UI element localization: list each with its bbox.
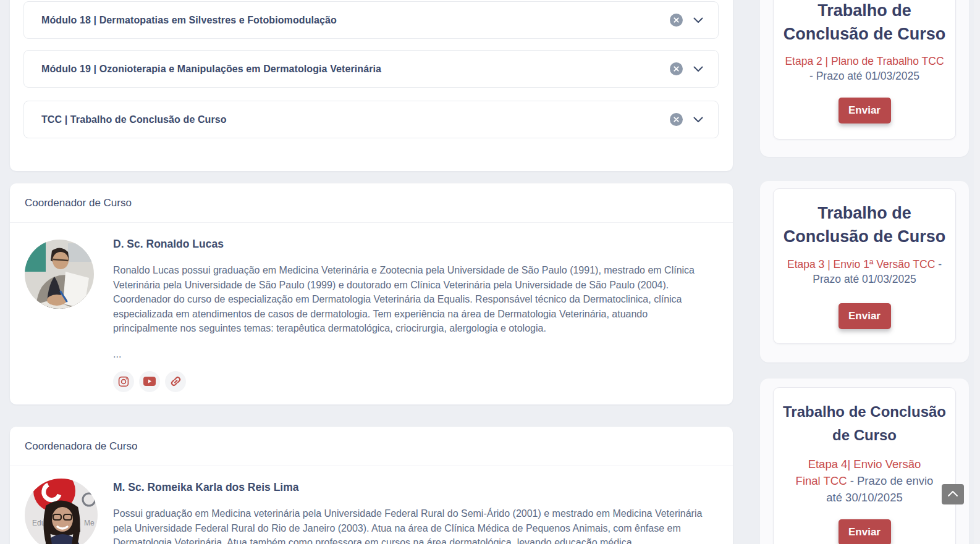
tcc-card-subtitle: Etapa 2 | Plano de Trabalho TCC - Prazo … [782, 54, 947, 83]
avatar [25, 240, 94, 309]
accordion-title: TCC | Trabalho de Conclusão de Curso [41, 114, 227, 125]
chevron-down-icon[interactable] [693, 114, 703, 125]
accordion-title: Módulo 19 | Ozonioterapia e Manipulações… [41, 64, 381, 75]
bio-ellipsis: ... [113, 347, 711, 361]
coordinator-female-card: Coordenadora de Curso Educa Me M. Sc. Ro… [10, 427, 733, 544]
coordinator-card: Coordenador de Curso D. Sc. Ronaldo Luca… [10, 183, 733, 404]
tcc-panel-etapa-3: Trabalho de Conclusão de Curso Etapa 3 |… [760, 181, 969, 362]
coordinator-bio: Ronaldo Lucas possui graduação em Medici… [113, 263, 708, 336]
tcc-card: Trabalho de Conclusão de Curso Etapa 4| … [773, 387, 956, 544]
close-icon[interactable] [670, 62, 683, 75]
accordion-module-18[interactable]: Módulo 18 | Dermatopatias em Silvestres … [23, 1, 719, 39]
accordion-actions [670, 62, 703, 75]
tcc-panel-etapa-4: Trabalho de Conclusão de Curso Etapa 4| … [760, 379, 969, 544]
tcc-card-subtitle: Etapa 4| Envio Versão Final TCC - Prazo … [782, 456, 947, 506]
course-page: Módulo 18 | Dermatopatias em Silvestres … [0, 0, 980, 544]
enviar-button[interactable]: Enviar [838, 303, 891, 329]
coordinator-name: M. Sc. Romeika Karla dos Reis Lima [113, 480, 711, 495]
coordinator-info: D. Sc. Ronaldo Lucas Ronaldo Lucas possu… [113, 236, 711, 392]
svg-text:Me: Me [84, 519, 95, 527]
accordion-tcc[interactable]: TCC | Trabalho de Conclusão de Curso [23, 101, 719, 138]
close-icon[interactable] [670, 14, 683, 27]
youtube-icon[interactable] [139, 371, 160, 392]
tcc-panel-etapa-2: Trabalho de Conclusão de Curso Etapa 2 |… [760, 0, 969, 157]
tcc-card: Trabalho de Conclusão de Curso Etapa 2 |… [773, 0, 956, 140]
enviar-button[interactable]: Enviar [838, 519, 891, 544]
coordinator-bio: Possui graduação em Medicina veterinária… [113, 506, 708, 544]
section-title: Coordenadora de Curso [10, 427, 733, 466]
enviar-button[interactable]: Enviar [838, 98, 891, 123]
tcc-card: Trabalho de Conclusão de Curso Etapa 3 |… [773, 188, 956, 344]
page-scrollbar-track[interactable] [974, 0, 980, 544]
accordion-actions [670, 14, 703, 27]
accordion-title: Módulo 18 | Dermatopatias em Silvestres … [41, 15, 337, 26]
accordion-actions [670, 113, 703, 126]
link-icon[interactable] [165, 371, 186, 392]
tcc-card-title: Trabalho de Conclusão de Curso [782, 201, 947, 248]
coordinator-info: M. Sc. Romeika Karla dos Reis Lima Possu… [113, 480, 711, 544]
tcc-card-subtitle: Etapa 3 | Envio 1ª Versão TCC - Prazo at… [782, 257, 947, 287]
section-title: Coordenador de Curso [10, 183, 733, 223]
instagram-icon[interactable] [113, 371, 134, 392]
accordion-module-19[interactable]: Módulo 19 | Ozonioterapia e Manipulações… [23, 50, 719, 88]
coordinator-name: D. Sc. Ronaldo Lucas [113, 236, 711, 251]
chevron-up-icon [947, 490, 958, 499]
tcc-card-title: Trabalho de Conclusão de Curso [782, 400, 947, 447]
close-icon[interactable] [670, 113, 683, 126]
chevron-down-icon[interactable] [693, 15, 703, 26]
tcc-card-title: Trabalho de Conclusão de Curso [782, 0, 947, 46]
social-links [113, 371, 711, 392]
modules-accordion-container: Módulo 18 | Dermatopatias em Silvestres … [10, 0, 733, 171]
avatar: Educa Me [25, 479, 98, 544]
scroll-to-top-button[interactable] [942, 484, 964, 504]
chevron-down-icon[interactable] [693, 64, 703, 75]
